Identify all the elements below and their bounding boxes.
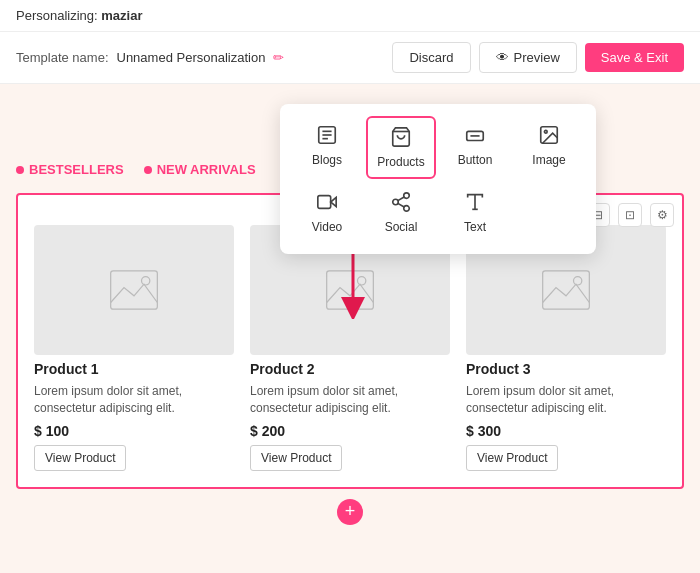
product-description: Lorem ipsum dolor sit amet, consectetur … <box>250 383 450 417</box>
blogs-icon <box>316 124 338 149</box>
add-button-bottom[interactable]: + <box>337 499 363 525</box>
products-icon <box>390 126 412 151</box>
svg-point-13 <box>404 206 410 212</box>
personalizing-label: Personalizing: <box>16 8 98 23</box>
image-label: Image <box>532 153 565 167</box>
svg-rect-23 <box>543 271 590 309</box>
blogs-label: Blogs <box>312 153 342 167</box>
preview-label: Preview <box>514 50 560 65</box>
image-placeholder-icon <box>109 265 159 315</box>
menu-item-social[interactable]: Social <box>366 183 436 242</box>
product-description: Lorem ipsum dolor sit amet, consectetur … <box>466 383 666 417</box>
product-card: Product 3 Lorem ipsum dolor sit amet, co… <box>466 225 666 471</box>
svg-point-8 <box>544 130 547 133</box>
text-icon <box>464 191 486 216</box>
edit-icon[interactable]: ✏ <box>273 50 284 65</box>
video-label: Video <box>312 220 342 234</box>
video-icon <box>316 191 338 216</box>
view-product-button[interactable]: View Product <box>250 445 342 471</box>
svg-rect-9 <box>318 196 331 209</box>
eye-icon: 👁 <box>496 50 509 65</box>
section-settings-icon[interactable]: ⚙ <box>650 203 674 227</box>
save-exit-button[interactable]: Save & Exit <box>585 43 684 72</box>
new-arrivals-dot <box>144 166 152 174</box>
header-actions: Discard 👁 Preview Save & Exit <box>392 42 684 73</box>
preview-button[interactable]: 👁 Preview <box>479 42 577 73</box>
tab-new-arrivals[interactable]: NEW ARRIVALS <box>144 162 256 177</box>
svg-line-14 <box>398 203 404 207</box>
svg-point-11 <box>404 193 410 199</box>
products-label: Products <box>377 155 424 169</box>
svg-point-24 <box>574 277 582 285</box>
section-actions: ⊟ ⊡ ⚙ <box>586 203 674 227</box>
menu-item-text[interactable]: Text <box>440 183 510 242</box>
image-icon <box>538 124 560 149</box>
menu-item-products[interactable]: Products <box>366 116 436 179</box>
product-price: $ 200 <box>250 423 450 439</box>
header: Template name: Unnamed Personalization ✏… <box>0 32 700 84</box>
text-label: Text <box>464 220 486 234</box>
bestsellers-label: BESTSELLERS <box>29 162 124 177</box>
svg-point-20 <box>142 277 150 285</box>
popup-menu: Blogs Products Button Image <box>280 104 596 254</box>
social-icon <box>390 191 412 216</box>
add-button-bottom-container: + <box>0 499 700 525</box>
view-product-button[interactable]: View Product <box>34 445 126 471</box>
discard-button[interactable]: Discard <box>392 42 470 73</box>
svg-rect-19 <box>111 271 158 309</box>
menu-item-image[interactable]: Image <box>514 116 584 179</box>
svg-line-15 <box>398 197 404 201</box>
new-arrivals-label: NEW ARRIVALS <box>157 162 256 177</box>
product-description: Lorem ipsum dolor sit amet, consectetur … <box>34 383 234 417</box>
template-title: Unnamed Personalization <box>117 50 266 65</box>
menu-item-video[interactable]: Video <box>292 183 362 242</box>
tab-bestsellers[interactable]: BESTSELLERS <box>16 162 124 177</box>
product-price: $ 100 <box>34 423 234 439</box>
section-delete-icon[interactable]: ⊡ <box>618 203 642 227</box>
product-name: Product 3 <box>466 361 666 377</box>
template-label: Template name: <box>16 50 109 65</box>
product-card: Product 1 Lorem ipsum dolor sit amet, co… <box>34 225 234 471</box>
svg-marker-10 <box>331 197 337 206</box>
button-label: Button <box>458 153 493 167</box>
product-image <box>34 225 234 355</box>
product-name: Product 2 <box>250 361 450 377</box>
bestsellers-dot <box>16 166 24 174</box>
view-product-button[interactable]: View Product <box>466 445 558 471</box>
top-bar: Personalizing: maziar <box>0 0 700 32</box>
main-content: Blogs Products Button Image <box>0 84 700 573</box>
button-icon <box>464 124 486 149</box>
image-placeholder-icon <box>541 265 591 315</box>
menu-item-button[interactable]: Button <box>440 116 510 179</box>
product-price: $ 300 <box>466 423 666 439</box>
menu-item-blogs[interactable]: Blogs <box>292 116 362 179</box>
social-label: Social <box>385 220 418 234</box>
svg-point-12 <box>393 199 399 205</box>
username: maziar <box>101 8 142 23</box>
product-name: Product 1 <box>34 361 234 377</box>
